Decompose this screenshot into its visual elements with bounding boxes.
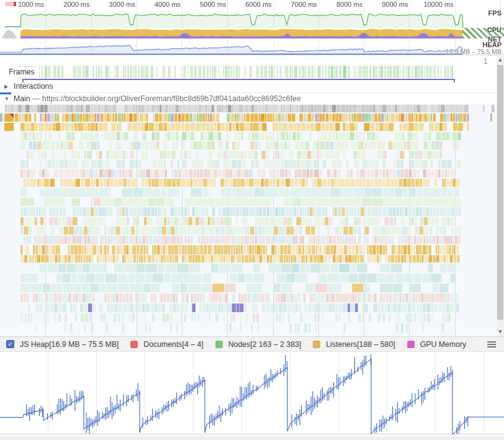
long-frame-red-indicator — [14, 2, 16, 6]
main-track-url: — https://blockbuilder.org/OliverForeman… — [32, 94, 301, 103]
frames-track[interactable] — [0, 66, 504, 78]
color-swatch-icon — [130, 341, 138, 348]
checkbox-icon[interactable]: ✓ — [6, 340, 14, 348]
ruler-tick-label: 2000 ms — [47, 1, 90, 8]
legend-item-documents[interactable]: Documents[4 – 4] — [130, 340, 203, 349]
ruler-tick-label: 9000 ms — [364, 1, 408, 8]
interactions-track-row[interactable]: ▶ Interactions — [0, 81, 497, 93]
legend-label: Nodes[2 163 – 2 383] — [228, 340, 302, 349]
track-time-ruler[interactable]: 1000 ms2000 ms3000 ms4000 ms5000 ms6000 … — [0, 56, 504, 66]
legend-label: Documents[4 – 4] — [143, 340, 203, 349]
devtools-performance-panel: 1000 ms2000 ms3000 ms4000 ms5000 ms6000 … — [0, 0, 504, 440]
chevron-down-icon[interactable]: ▼ — [4, 96, 9, 102]
ruler-tick-label: 6000 ms — [228, 1, 272, 8]
main-track-header[interactable]: ▼ Main — https://blockbuilder.org/Oliver… — [0, 94, 497, 104]
fps-track-label: FPS — [488, 9, 502, 17]
legend-item-gpu-memory[interactable]: GPU Memory — [407, 340, 466, 349]
color-swatch-icon — [215, 341, 223, 348]
counters-legend-bar: ✓JS Heap[16.9 MB – 75.5 MB]Documents[4 –… — [0, 336, 504, 352]
scroll-down-icon[interactable]: ▼ — [497, 328, 504, 336]
legend-label: JS Heap[16.9 MB – 75.5 MB] — [20, 340, 119, 349]
legend-item-nodes[interactable]: Nodes[2 163 – 2 383] — [215, 340, 302, 349]
ruler-tick-label: 7000 ms — [274, 1, 317, 8]
main-flame-chart[interactable] — [0, 104, 504, 336]
ruler-tick-label: 5000 ms — [182, 1, 226, 8]
interactions-track-label: Interactions — [14, 82, 53, 91]
js-heap-counter-chart[interactable] — [0, 352, 504, 440]
vertical-scrollbar[interactable]: ▲ ▼ — [497, 56, 504, 336]
ruler-tick-label-partial: 1 — [484, 57, 492, 66]
legend-label: GPU Memory — [420, 340, 466, 349]
hamburger-menu-icon[interactable] — [487, 341, 496, 349]
chevron-right-icon[interactable]: ▶ — [4, 84, 8, 89]
legend-item-listeners[interactable]: Listeners[188 – 580] — [313, 340, 395, 349]
legend-label: Listeners[188 – 580] — [326, 340, 395, 349]
cpu-track-label: CPU — [487, 26, 502, 34]
overview-time-ruler[interactable]: 1000 ms2000 ms3000 ms4000 ms5000 ms6000 … — [0, 0, 504, 9]
scrollbar-thumb[interactable] — [497, 65, 503, 320]
color-swatch-icon — [313, 341, 320, 348]
scroll-up-icon[interactable]: ▲ — [497, 56, 504, 65]
overview-divider — [0, 55, 504, 55]
ruler-tick-label: 10000 ms — [410, 1, 454, 8]
long-frame-indicator — [5, 2, 14, 6]
ruler-tick-label: 4000 ms — [137, 1, 181, 8]
main-track-title: Main — [14, 94, 30, 103]
legend-item-js-heap[interactable]: ✓JS Heap[16.9 MB – 75.5 MB] — [6, 340, 119, 349]
frames-track-label: Frames — [6, 67, 38, 78]
ruler-tick-label: 3000 ms — [92, 1, 135, 8]
ruler-tick-label: 8000 ms — [319, 1, 362, 8]
interactions-duration-bar — [22, 79, 455, 80]
color-swatch-icon — [407, 341, 415, 348]
